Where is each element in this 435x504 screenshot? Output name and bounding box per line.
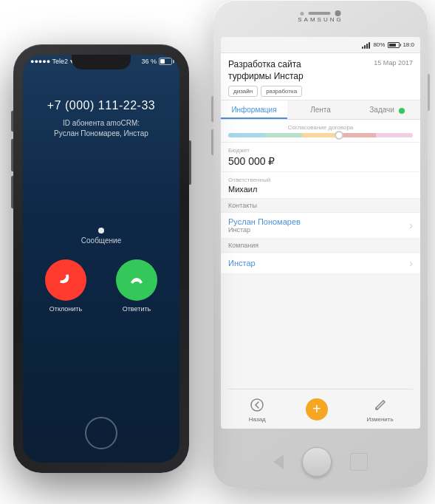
tab-information[interactable]: Информация [221,101,287,119]
crm-title: Разработка сайта турфирмы Инстар [228,59,346,82]
samsung-screen: 80% 18:0 Разработка сайта турфирмы Инста… [221,37,420,429]
crm-budget-field: Бюджет 500 000 ₽ [221,143,420,172]
svg-point-0 [251,399,263,411]
samsung-front-cam [301,12,304,16]
samsung-power-btn[interactable] [428,74,430,111]
samsung-volume-up-btn[interactable] [211,96,213,122]
call-buttons: Отклонить Ответить [45,259,157,313]
tab-tasks[interactable]: Задачи [354,101,420,119]
samsung-speaker [309,12,331,15]
crm-contacts-section-header: Контакты [221,199,420,213]
nav-back-label: Назад [249,416,266,423]
decline-call-button[interactable] [45,259,86,301]
iphone-battery-pct: 36 % [141,58,157,65]
crm-company-section-header: Компания [221,239,420,253]
signal-bar-4 [369,42,370,49]
iphone-mute-btn[interactable] [11,111,13,132]
samsung-time: 18:0 [403,41,414,48]
call-swipe-dot [98,228,104,234]
iphone-battery-icon [159,58,172,65]
nav-edit-label: Изменить [367,416,394,423]
samsung-battery-pct: 80% [373,41,385,48]
samsung-body: SAMSUNG 80% [213,0,428,488]
crm-company-name: Инстар [228,259,256,268]
samsung-phone: SAMSUNG 80% [213,0,428,488]
decline-btn-group: Отклонить [45,259,86,313]
crm-progress-bar [228,133,413,137]
progress-dot [335,131,343,140]
tasks-badge [399,108,405,114]
crm-stage-section: Согласование договора [221,120,420,143]
samsung-battery-fill [389,44,396,47]
scene: SAMSUNG 80% [0,0,435,504]
decline-icon [56,270,75,290]
iphone-battery-area: 36 % [141,58,172,65]
signal-bar-1 [362,47,363,49]
iphone-notch [72,55,131,69]
crm-tag-dev[interactable]: разработка [261,86,302,97]
crm-company-row[interactable]: Инстар › [221,253,420,274]
progress-seg-5 [376,133,413,137]
accept-icon [127,270,146,290]
crm-budget-value: 500 000 ₽ [228,155,413,167]
crm-budget-label: Бюджет [228,147,413,154]
crm-responsible-value: Михаил [228,185,413,194]
iphone-screen: ●●●●● Tele2 ▾ 15:42 36 % +7 (000) 111-22… [23,55,179,463]
samsung-recents-btn[interactable] [350,453,368,471]
signal-bar-2 [364,45,366,49]
iphone-battery-fill [160,59,165,64]
accept-btn-group: Ответить [116,259,157,313]
crm-tag-design[interactable]: дизайн [228,86,258,97]
samsung-home-btn[interactable] [302,447,332,477]
signal-bars [362,41,370,49]
iphone-power-btn[interactable] [189,140,191,185]
nav-back-btn[interactable]: Назад [247,395,267,423]
nav-add-icon: + [306,398,328,420]
iphone-body: ●●●●● Tele2 ▾ 15:42 36 % +7 (000) 111-22… [13,44,189,473]
nav-back-icon [247,395,267,415]
call-id-line1: ID абонента amoCRM: [63,119,140,127]
nav-add-btn[interactable]: + [306,398,328,420]
decline-label: Отклонить [49,305,82,313]
crm-responsible-label: Ответственный [228,177,413,183]
samsung-back-btn[interactable] [273,454,284,469]
crm-contact-company: Инстар [228,226,301,234]
samsung-sensor [335,10,341,16]
iphone-volume-up-btn[interactable] [11,139,13,171]
call-number: +7 (000) 111-22-33 [47,99,155,112]
signal-bar-3 [366,44,368,49]
company-chevron-right-icon: › [409,257,413,269]
progress-seg-4 [339,133,376,137]
samsung-battery-icon [388,42,400,48]
crm-title-row: Разработка сайта турфирмы Инстар 15 Мар … [228,59,413,82]
iphone: ●●●●● Tele2 ▾ 15:42 36 % +7 (000) 111-22… [13,44,189,473]
crm-responsible-field: Ответственный Михаил [221,172,420,199]
crm-contact-name: Руслан Пономарев [228,217,301,226]
samsung-statusbar: 80% 18:0 [221,37,420,53]
crm-company-info: Инстар [228,259,256,268]
crm-contact-info: Руслан Пономарев Инстар [228,217,301,234]
call-content: +7 (000) 111-22-33 ID абонента amoCRM: Р… [23,77,179,463]
tab-feed[interactable]: Лента [287,101,354,119]
samsung-status-right: 80% 18:0 [362,41,414,49]
iphone-volume-down-btn[interactable] [11,176,13,208]
nav-edit-icon [371,395,390,415]
chevron-right-icon: › [409,219,413,231]
samsung-brand-label: SAMSUNG [298,16,343,23]
crm-header: Разработка сайта турфирмы Инстар 15 Мар … [221,53,420,101]
iphone-home-button[interactable] [85,417,117,449]
call-id-line2: Руслан Пономарев, Инстар [54,129,148,137]
samsung-volume-down-btn[interactable] [211,129,213,155]
call-message-label: Сообщение [81,236,121,245]
samsung-bottom-nav: Назад + Изменить [228,389,413,429]
accept-call-button[interactable] [116,259,157,301]
crm-stage-label: Согласование договора [228,124,413,131]
samsung-physical-nav [273,447,368,477]
crm-contact-row[interactable]: Руслан Пономарев Инстар › [221,213,420,239]
progress-seg-2 [265,133,302,137]
nav-edit-btn[interactable]: Изменить [367,395,394,423]
progress-seg-1 [228,133,265,137]
crm-tags: дизайн разработка [228,86,413,97]
samsung-camera-area [301,10,341,16]
call-id: ID абонента amoCRM: Руслан Пономарев, Ин… [39,118,163,139]
